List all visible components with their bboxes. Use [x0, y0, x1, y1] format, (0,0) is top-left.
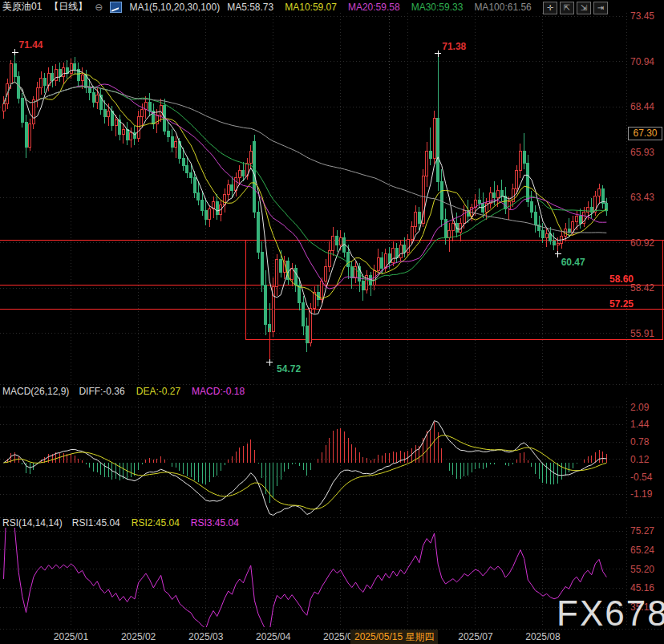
rsi-value-label: RSI3:45.04	[191, 517, 239, 529]
move-crosshair-icon[interactable]: ✛	[543, 2, 557, 14]
y-tick-label: 0.12	[630, 454, 664, 465]
rsi-values: RSI1:45.04RSI2:45.04RSI3:45.04	[72, 517, 250, 529]
macd-values: DIFF:-0.36DEA:-0.27MACD:-0.18	[79, 386, 256, 397]
annotation-label: 54.72	[277, 363, 301, 375]
ma-values: MA5:58.73MA10:59.07MA20:59.58MA30:59.33M…	[227, 2, 543, 13]
y-tick-label: 73.45	[630, 10, 664, 22]
x-tick-label: 2025/01	[43, 631, 99, 642]
y-tick-label: 55.20	[630, 564, 664, 575]
chart-canvas[interactable]	[0, 0, 664, 644]
y-tick-label: 75.27	[630, 525, 664, 537]
annotation-label: 60.47	[561, 257, 585, 268]
y-tick-label: 60.92	[630, 237, 664, 249]
x-tick-label: 2025/03	[178, 631, 234, 642]
period-label[interactable]: 【日线】	[49, 0, 87, 14]
x-tick-label: 2025/04	[245, 631, 302, 642]
ma-group-label: MA1(5,10,20,30,100)	[129, 2, 220, 13]
ma-value-label: MA10:59.07	[285, 2, 337, 13]
watermark: FX678	[557, 593, 664, 634]
y-tick-label: -0.54	[630, 472, 664, 483]
rsi-header: RSI(14,14,14) RSI1:45.04RSI2:45.04RSI3:4…	[2, 517, 250, 529]
annotation-label: 71.44	[19, 39, 43, 51]
ma-value-label: MA5:58.73	[227, 2, 273, 13]
y-tick-label: 58.42	[630, 282, 664, 294]
settings-icon[interactable]: ⊖	[95, 2, 103, 13]
y-tick-label: 55.91	[630, 328, 664, 339]
y-tick-label: 1.44	[630, 419, 664, 430]
chart-toolbar: ✛⇱⇲⇥	[543, 2, 608, 14]
drawn-line-label: 57.25	[597, 298, 634, 310]
y-tick-label: 68.44	[630, 101, 664, 112]
macd-header: MACD(26,12,9) DIFF:-0.36DEA:-0.27MACD:-0…	[2, 386, 256, 397]
symbol-label: 美原油01	[2, 0, 42, 14]
drawn-line-label: 58.60	[597, 273, 634, 285]
macd-value-label: MACD:-0.18	[192, 386, 245, 397]
pan-right-icon[interactable]: ⇥	[593, 2, 608, 14]
y-tick-label: 0.78	[630, 436, 664, 448]
mini-chart-icon[interactable]	[110, 2, 122, 13]
macd-value-label: DIFF:-0.36	[79, 386, 124, 397]
ma-value-label: MA30:59.33	[411, 2, 464, 13]
chart-app: 美原油01 【日线】 ⊖ MA1(5,10,20,30,100) MA5:58.…	[0, 0, 664, 644]
x-tick-label: 2025/02	[111, 631, 167, 642]
y-tick-label: 65.24	[630, 545, 664, 556]
y-tick-label: 45.16	[630, 582, 664, 593]
y-tick-label: 70.94	[630, 56, 664, 67]
axis-zoom-in-icon[interactable]: ⇱	[560, 2, 574, 14]
y-tick-label: -1.19	[630, 488, 664, 500]
y-tick-label: 2.09	[630, 402, 664, 413]
macd-title[interactable]: MACD(26,12,9)	[2, 386, 69, 397]
x-tick-label: 2025/07	[447, 631, 504, 642]
date-crosshair-badge: 2025/05/15 星期四	[350, 630, 438, 644]
rsi-title[interactable]: RSI(14,14,14)	[2, 517, 63, 529]
main-chart-header: 美原油01 【日线】 ⊖ MA1(5,10,20,30,100) MA5:58.…	[2, 1, 543, 13]
annotation-label: 71.38	[442, 41, 466, 52]
rsi-value-label: RSI1:45.04	[72, 517, 120, 529]
macd-value-label: DEA:-0.27	[136, 386, 180, 397]
price-crosshair-badge: 67.30	[628, 127, 662, 140]
y-tick-label: 63.43	[630, 192, 664, 203]
axis-zoom-out-icon[interactable]: ⇲	[577, 2, 591, 14]
ma-value-label: MA100:61.56	[474, 2, 531, 13]
ma-value-label: MA20:59.58	[348, 2, 400, 13]
rsi-value-label: RSI2:45.04	[132, 517, 180, 529]
y-tick-label: 65.93	[630, 147, 664, 158]
